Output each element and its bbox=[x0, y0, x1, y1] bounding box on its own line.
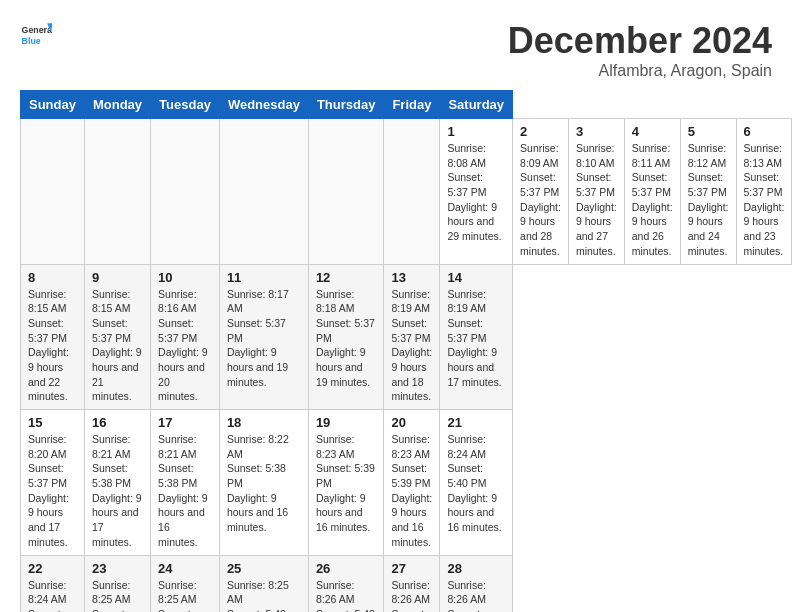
calendar-cell: 10 Sunrise: 8:16 AMSunset: 5:37 PMDaylig… bbox=[151, 264, 220, 410]
calendar-cell: 17 Sunrise: 8:21 AMSunset: 5:38 PMDaylig… bbox=[151, 410, 220, 556]
day-info: Sunrise: 8:25 AMSunset: 5:42 PMDaylight:… bbox=[227, 579, 289, 613]
day-number: 4 bbox=[632, 124, 673, 139]
day-number: 5 bbox=[688, 124, 729, 139]
col-header-saturday: Saturday bbox=[440, 91, 513, 119]
day-number: 19 bbox=[316, 415, 377, 430]
col-header-sunday: Sunday bbox=[21, 91, 85, 119]
calendar-cell: 2 Sunrise: 8:09 AMSunset: 5:37 PMDayligh… bbox=[513, 119, 569, 265]
calendar-cell: 1 Sunrise: 8:08 AMSunset: 5:37 PMDayligh… bbox=[440, 119, 513, 265]
day-info: Sunrise: 8:26 AMSunset: 5:43 PMDaylight:… bbox=[391, 579, 432, 613]
calendar-table: SundayMondayTuesdayWednesdayThursdayFrid… bbox=[20, 90, 792, 612]
calendar-week-1: 8 Sunrise: 8:15 AMSunset: 5:37 PMDayligh… bbox=[21, 264, 793, 410]
day-number: 1 bbox=[447, 124, 505, 139]
calendar-cell bbox=[151, 119, 220, 265]
calendar-cell: 8 Sunrise: 8:15 AMSunset: 5:37 PMDayligh… bbox=[21, 264, 85, 410]
day-info: Sunrise: 8:20 AMSunset: 5:37 PMDaylight:… bbox=[28, 433, 69, 548]
calendar-cell: 27 Sunrise: 8:26 AMSunset: 5:43 PMDaylig… bbox=[384, 555, 440, 612]
day-number: 26 bbox=[316, 561, 377, 576]
day-info: Sunrise: 8:24 AMSunset: 5:40 PMDaylight:… bbox=[28, 579, 69, 613]
day-info: Sunrise: 8:15 AMSunset: 5:37 PMDaylight:… bbox=[92, 288, 142, 403]
logo: General Blue bbox=[20, 20, 52, 52]
calendar-cell: 6 Sunrise: 8:13 AMSunset: 5:37 PMDayligh… bbox=[736, 119, 792, 265]
day-number: 23 bbox=[92, 561, 143, 576]
day-info: Sunrise: 8:12 AMSunset: 5:37 PMDaylight:… bbox=[688, 142, 729, 257]
calendar-cell: 21 Sunrise: 8:24 AMSunset: 5:40 PMDaylig… bbox=[440, 410, 513, 556]
calendar-cell bbox=[219, 119, 308, 265]
day-info: Sunrise: 8:15 AMSunset: 5:37 PMDaylight:… bbox=[28, 288, 69, 403]
day-number: 11 bbox=[227, 270, 301, 285]
calendar-cell bbox=[84, 119, 150, 265]
calendar-cell bbox=[308, 119, 384, 265]
day-info: Sunrise: 8:17 AMSunset: 5:37 PMDaylight:… bbox=[227, 288, 289, 388]
day-info: Sunrise: 8:23 AMSunset: 5:39 PMDaylight:… bbox=[391, 433, 432, 548]
col-header-tuesday: Tuesday bbox=[151, 91, 220, 119]
day-info: Sunrise: 8:19 AMSunset: 5:37 PMDaylight:… bbox=[391, 288, 432, 403]
location: Alfambra, Aragon, Spain bbox=[508, 62, 772, 80]
calendar-cell: 13 Sunrise: 8:19 AMSunset: 5:37 PMDaylig… bbox=[384, 264, 440, 410]
day-number: 3 bbox=[576, 124, 617, 139]
day-info: Sunrise: 8:10 AMSunset: 5:37 PMDaylight:… bbox=[576, 142, 617, 257]
svg-text:General: General bbox=[22, 25, 52, 35]
day-number: 14 bbox=[447, 270, 505, 285]
day-info: Sunrise: 8:23 AMSunset: 5:39 PMDaylight:… bbox=[316, 433, 375, 533]
calendar-cell: 15 Sunrise: 8:20 AMSunset: 5:37 PMDaylig… bbox=[21, 410, 85, 556]
day-number: 8 bbox=[28, 270, 77, 285]
col-header-monday: Monday bbox=[84, 91, 150, 119]
day-info: Sunrise: 8:09 AMSunset: 5:37 PMDaylight:… bbox=[520, 142, 561, 257]
day-number: 27 bbox=[391, 561, 432, 576]
day-number: 15 bbox=[28, 415, 77, 430]
calendar-cell: 25 Sunrise: 8:25 AMSunset: 5:42 PMDaylig… bbox=[219, 555, 308, 612]
calendar-cell: 19 Sunrise: 8:23 AMSunset: 5:39 PMDaylig… bbox=[308, 410, 384, 556]
day-info: Sunrise: 8:26 AMSunset: 5:43 PMDaylight:… bbox=[316, 579, 375, 613]
calendar-cell: 18 Sunrise: 8:22 AMSunset: 5:38 PMDaylig… bbox=[219, 410, 308, 556]
calendar-week-2: 15 Sunrise: 8:20 AMSunset: 5:37 PMDaylig… bbox=[21, 410, 793, 556]
day-number: 21 bbox=[447, 415, 505, 430]
day-number: 28 bbox=[447, 561, 505, 576]
day-info: Sunrise: 8:26 AMSunset: 5:44 PMDaylight:… bbox=[447, 579, 501, 613]
calendar-cell: 26 Sunrise: 8:26 AMSunset: 5:43 PMDaylig… bbox=[308, 555, 384, 612]
calendar-week-0: 1 Sunrise: 8:08 AMSunset: 5:37 PMDayligh… bbox=[21, 119, 793, 265]
col-header-wednesday: Wednesday bbox=[219, 91, 308, 119]
calendar-cell: 16 Sunrise: 8:21 AMSunset: 5:38 PMDaylig… bbox=[84, 410, 150, 556]
calendar-cell: 23 Sunrise: 8:25 AMSunset: 5:41 PMDaylig… bbox=[84, 555, 150, 612]
day-number: 6 bbox=[744, 124, 785, 139]
day-info: Sunrise: 8:16 AMSunset: 5:37 PMDaylight:… bbox=[158, 288, 208, 403]
svg-text:Blue: Blue bbox=[22, 36, 41, 46]
day-number: 10 bbox=[158, 270, 212, 285]
calendar-cell: 24 Sunrise: 8:25 AMSunset: 5:41 PMDaylig… bbox=[151, 555, 220, 612]
calendar-cell: 28 Sunrise: 8:26 AMSunset: 5:44 PMDaylig… bbox=[440, 555, 513, 612]
day-info: Sunrise: 8:25 AMSunset: 5:41 PMDaylight:… bbox=[92, 579, 142, 613]
day-info: Sunrise: 8:24 AMSunset: 5:40 PMDaylight:… bbox=[447, 433, 501, 533]
day-info: Sunrise: 8:25 AMSunset: 5:41 PMDaylight:… bbox=[158, 579, 208, 613]
day-info: Sunrise: 8:11 AMSunset: 5:37 PMDaylight:… bbox=[632, 142, 673, 257]
calendar-cell: 3 Sunrise: 8:10 AMSunset: 5:37 PMDayligh… bbox=[568, 119, 624, 265]
page-header: General Blue December 2024 Alfambra, Ara… bbox=[20, 20, 772, 80]
calendar-cell bbox=[384, 119, 440, 265]
day-number: 25 bbox=[227, 561, 301, 576]
col-header-friday: Friday bbox=[384, 91, 440, 119]
day-number: 12 bbox=[316, 270, 377, 285]
month-title: December 2024 bbox=[508, 20, 772, 62]
day-number: 16 bbox=[92, 415, 143, 430]
day-info: Sunrise: 8:18 AMSunset: 5:37 PMDaylight:… bbox=[316, 288, 375, 388]
calendar-cell: 4 Sunrise: 8:11 AMSunset: 5:37 PMDayligh… bbox=[624, 119, 680, 265]
logo-icon: General Blue bbox=[20, 20, 52, 52]
calendar-cell bbox=[21, 119, 85, 265]
day-info: Sunrise: 8:21 AMSunset: 5:38 PMDaylight:… bbox=[92, 433, 142, 548]
header-row: SundayMondayTuesdayWednesdayThursdayFrid… bbox=[21, 91, 793, 119]
day-number: 9 bbox=[92, 270, 143, 285]
calendar-cell: 20 Sunrise: 8:23 AMSunset: 5:39 PMDaylig… bbox=[384, 410, 440, 556]
calendar-cell: 11 Sunrise: 8:17 AMSunset: 5:37 PMDaylig… bbox=[219, 264, 308, 410]
day-info: Sunrise: 8:08 AMSunset: 5:37 PMDaylight:… bbox=[447, 142, 501, 242]
day-number: 13 bbox=[391, 270, 432, 285]
day-number: 22 bbox=[28, 561, 77, 576]
calendar-cell: 22 Sunrise: 8:24 AMSunset: 5:40 PMDaylig… bbox=[21, 555, 85, 612]
day-number: 17 bbox=[158, 415, 212, 430]
day-number: 20 bbox=[391, 415, 432, 430]
day-info: Sunrise: 8:21 AMSunset: 5:38 PMDaylight:… bbox=[158, 433, 208, 548]
calendar-cell: 14 Sunrise: 8:19 AMSunset: 5:37 PMDaylig… bbox=[440, 264, 513, 410]
calendar-cell: 12 Sunrise: 8:18 AMSunset: 5:37 PMDaylig… bbox=[308, 264, 384, 410]
day-number: 24 bbox=[158, 561, 212, 576]
day-number: 18 bbox=[227, 415, 301, 430]
day-info: Sunrise: 8:19 AMSunset: 5:37 PMDaylight:… bbox=[447, 288, 501, 388]
